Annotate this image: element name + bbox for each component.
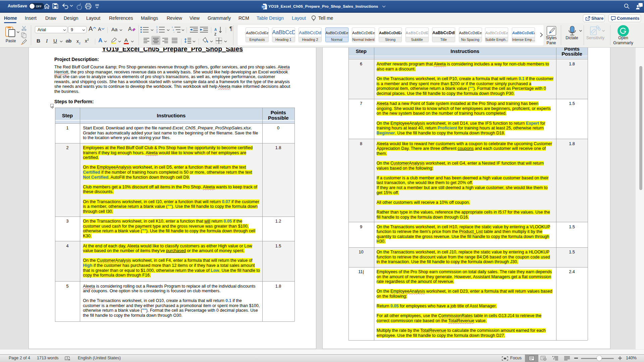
svg-text:2: 2 <box>156 28 158 31</box>
svg-text:W: W <box>262 5 264 8</box>
svg-text:i: i <box>174 31 174 33</box>
svg-text:1: 1 <box>172 26 173 28</box>
svg-text:a: a <box>173 29 174 31</box>
svg-text:3: 3 <box>156 31 158 33</box>
svg-text:1: 1 <box>156 26 158 28</box>
